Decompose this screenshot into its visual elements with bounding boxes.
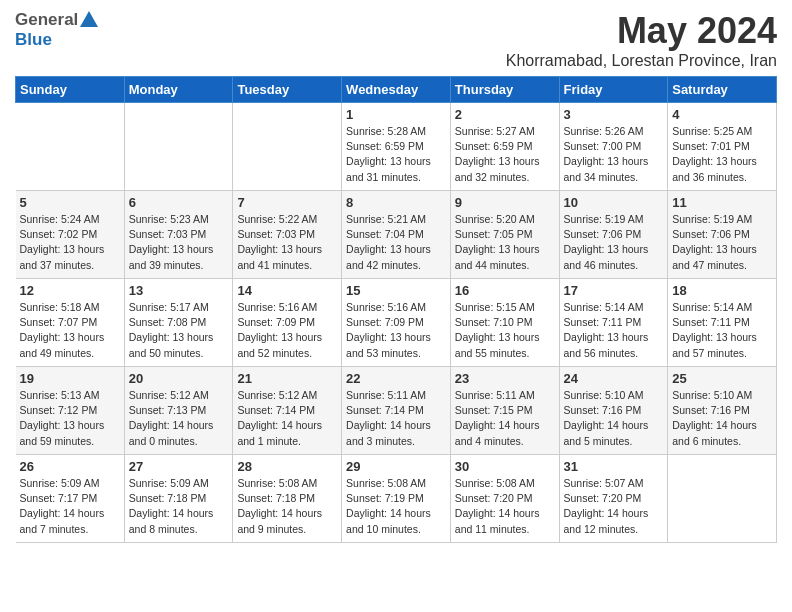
day-number: 14 (237, 283, 337, 298)
calendar-cell: 17Sunrise: 5:14 AM Sunset: 7:11 PM Dayli… (559, 279, 668, 367)
calendar-cell: 7Sunrise: 5:22 AM Sunset: 7:03 PM Daylig… (233, 191, 342, 279)
day-info: Sunrise: 5:11 AM Sunset: 7:15 PM Dayligh… (455, 388, 555, 449)
day-info: Sunrise: 5:26 AM Sunset: 7:00 PM Dayligh… (564, 124, 664, 185)
day-info: Sunrise: 5:12 AM Sunset: 7:14 PM Dayligh… (237, 388, 337, 449)
logo-blue: Blue (15, 30, 52, 49)
day-info: Sunrise: 5:14 AM Sunset: 7:11 PM Dayligh… (564, 300, 664, 361)
day-number: 9 (455, 195, 555, 210)
day-info: Sunrise: 5:10 AM Sunset: 7:16 PM Dayligh… (564, 388, 664, 449)
calendar-cell: 28Sunrise: 5:08 AM Sunset: 7:18 PM Dayli… (233, 455, 342, 543)
day-info: Sunrise: 5:08 AM Sunset: 7:18 PM Dayligh… (237, 476, 337, 537)
day-number: 7 (237, 195, 337, 210)
day-number: 31 (564, 459, 664, 474)
day-number: 13 (129, 283, 229, 298)
day-info: Sunrise: 5:23 AM Sunset: 7:03 PM Dayligh… (129, 212, 229, 273)
subtitle: Khorramabad, Lorestan Province, Iran (506, 52, 777, 70)
page-header: General Blue May 2024 Khorramabad, Lores… (15, 10, 777, 70)
day-number: 16 (455, 283, 555, 298)
day-info: Sunrise: 5:22 AM Sunset: 7:03 PM Dayligh… (237, 212, 337, 273)
calendar-week-row: 1Sunrise: 5:28 AM Sunset: 6:59 PM Daylig… (16, 103, 777, 191)
day-info: Sunrise: 5:19 AM Sunset: 7:06 PM Dayligh… (672, 212, 772, 273)
title-block: May 2024 Khorramabad, Lorestan Province,… (506, 10, 777, 70)
weekday-header: Sunday (16, 77, 125, 103)
day-info: Sunrise: 5:12 AM Sunset: 7:13 PM Dayligh… (129, 388, 229, 449)
calendar-cell: 10Sunrise: 5:19 AM Sunset: 7:06 PM Dayli… (559, 191, 668, 279)
day-number: 26 (20, 459, 120, 474)
day-number: 21 (237, 371, 337, 386)
day-info: Sunrise: 5:09 AM Sunset: 7:18 PM Dayligh… (129, 476, 229, 537)
calendar-cell (124, 103, 233, 191)
day-info: Sunrise: 5:16 AM Sunset: 7:09 PM Dayligh… (237, 300, 337, 361)
calendar-cell: 20Sunrise: 5:12 AM Sunset: 7:13 PM Dayli… (124, 367, 233, 455)
day-number: 17 (564, 283, 664, 298)
day-info: Sunrise: 5:19 AM Sunset: 7:06 PM Dayligh… (564, 212, 664, 273)
day-number: 3 (564, 107, 664, 122)
day-number: 2 (455, 107, 555, 122)
weekday-header: Tuesday (233, 77, 342, 103)
calendar-cell: 24Sunrise: 5:10 AM Sunset: 7:16 PM Dayli… (559, 367, 668, 455)
weekday-header: Monday (124, 77, 233, 103)
day-info: Sunrise: 5:20 AM Sunset: 7:05 PM Dayligh… (455, 212, 555, 273)
weekday-header: Wednesday (342, 77, 451, 103)
day-number: 28 (237, 459, 337, 474)
calendar-week-row: 5Sunrise: 5:24 AM Sunset: 7:02 PM Daylig… (16, 191, 777, 279)
logo: General Blue (15, 10, 98, 50)
calendar-cell: 31Sunrise: 5:07 AM Sunset: 7:20 PM Dayli… (559, 455, 668, 543)
calendar-cell (233, 103, 342, 191)
day-info: Sunrise: 5:13 AM Sunset: 7:12 PM Dayligh… (20, 388, 120, 449)
calendar-cell: 11Sunrise: 5:19 AM Sunset: 7:06 PM Dayli… (668, 191, 777, 279)
day-number: 8 (346, 195, 446, 210)
day-number: 22 (346, 371, 446, 386)
day-info: Sunrise: 5:21 AM Sunset: 7:04 PM Dayligh… (346, 212, 446, 273)
calendar-cell: 25Sunrise: 5:10 AM Sunset: 7:16 PM Dayli… (668, 367, 777, 455)
day-info: Sunrise: 5:18 AM Sunset: 7:07 PM Dayligh… (20, 300, 120, 361)
svg-marker-0 (80, 11, 98, 27)
day-number: 24 (564, 371, 664, 386)
calendar-cell: 3Sunrise: 5:26 AM Sunset: 7:00 PM Daylig… (559, 103, 668, 191)
day-info: Sunrise: 5:25 AM Sunset: 7:01 PM Dayligh… (672, 124, 772, 185)
day-info: Sunrise: 5:08 AM Sunset: 7:19 PM Dayligh… (346, 476, 446, 537)
calendar-week-row: 26Sunrise: 5:09 AM Sunset: 7:17 PM Dayli… (16, 455, 777, 543)
calendar-week-row: 12Sunrise: 5:18 AM Sunset: 7:07 PM Dayli… (16, 279, 777, 367)
calendar-cell: 14Sunrise: 5:16 AM Sunset: 7:09 PM Dayli… (233, 279, 342, 367)
calendar-header: SundayMondayTuesdayWednesdayThursdayFrid… (16, 77, 777, 103)
calendar-cell: 19Sunrise: 5:13 AM Sunset: 7:12 PM Dayli… (16, 367, 125, 455)
calendar-cell: 23Sunrise: 5:11 AM Sunset: 7:15 PM Dayli… (450, 367, 559, 455)
calendar-cell: 5Sunrise: 5:24 AM Sunset: 7:02 PM Daylig… (16, 191, 125, 279)
calendar-cell: 9Sunrise: 5:20 AM Sunset: 7:05 PM Daylig… (450, 191, 559, 279)
day-number: 20 (129, 371, 229, 386)
calendar-cell (668, 455, 777, 543)
day-info: Sunrise: 5:28 AM Sunset: 6:59 PM Dayligh… (346, 124, 446, 185)
day-number: 1 (346, 107, 446, 122)
calendar-cell: 27Sunrise: 5:09 AM Sunset: 7:18 PM Dayli… (124, 455, 233, 543)
weekday-header: Saturday (668, 77, 777, 103)
calendar-cell: 18Sunrise: 5:14 AM Sunset: 7:11 PM Dayli… (668, 279, 777, 367)
calendar-cell (16, 103, 125, 191)
day-info: Sunrise: 5:07 AM Sunset: 7:20 PM Dayligh… (564, 476, 664, 537)
day-number: 29 (346, 459, 446, 474)
calendar-cell: 15Sunrise: 5:16 AM Sunset: 7:09 PM Dayli… (342, 279, 451, 367)
calendar-cell: 12Sunrise: 5:18 AM Sunset: 7:07 PM Dayli… (16, 279, 125, 367)
weekday-header: Friday (559, 77, 668, 103)
day-number: 6 (129, 195, 229, 210)
day-number: 4 (672, 107, 772, 122)
calendar-cell: 2Sunrise: 5:27 AM Sunset: 6:59 PM Daylig… (450, 103, 559, 191)
day-info: Sunrise: 5:24 AM Sunset: 7:02 PM Dayligh… (20, 212, 120, 273)
calendar-cell: 8Sunrise: 5:21 AM Sunset: 7:04 PM Daylig… (342, 191, 451, 279)
calendar-cell: 22Sunrise: 5:11 AM Sunset: 7:14 PM Dayli… (342, 367, 451, 455)
day-number: 27 (129, 459, 229, 474)
calendar-week-row: 19Sunrise: 5:13 AM Sunset: 7:12 PM Dayli… (16, 367, 777, 455)
day-info: Sunrise: 5:08 AM Sunset: 7:20 PM Dayligh… (455, 476, 555, 537)
day-number: 30 (455, 459, 555, 474)
day-info: Sunrise: 5:15 AM Sunset: 7:10 PM Dayligh… (455, 300, 555, 361)
logo-general: General (15, 10, 78, 30)
day-info: Sunrise: 5:14 AM Sunset: 7:11 PM Dayligh… (672, 300, 772, 361)
calendar-cell: 29Sunrise: 5:08 AM Sunset: 7:19 PM Dayli… (342, 455, 451, 543)
day-number: 11 (672, 195, 772, 210)
calendar-cell: 13Sunrise: 5:17 AM Sunset: 7:08 PM Dayli… (124, 279, 233, 367)
day-number: 12 (20, 283, 120, 298)
day-number: 5 (20, 195, 120, 210)
calendar-cell: 16Sunrise: 5:15 AM Sunset: 7:10 PM Dayli… (450, 279, 559, 367)
day-number: 15 (346, 283, 446, 298)
weekday-header: Thursday (450, 77, 559, 103)
